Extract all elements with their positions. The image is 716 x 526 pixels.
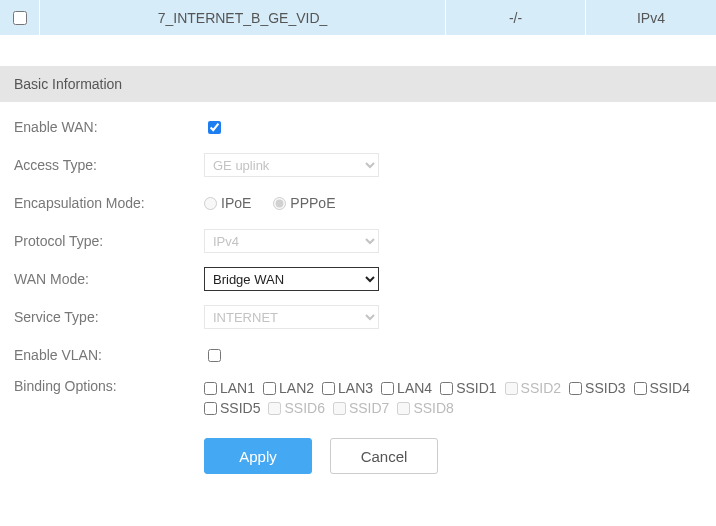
encapsulation-ipoe: IPoE — [204, 195, 251, 211]
wan-mode-label: WAN Mode: — [14, 271, 204, 287]
enable-vlan-label: Enable VLAN: — [14, 347, 204, 363]
binding-option-ssid3[interactable]: SSID3 — [569, 380, 625, 396]
binding-checkbox-ssid7 — [333, 402, 346, 415]
binding-option-ssid1[interactable]: SSID1 — [440, 380, 496, 396]
protocol-type-select: IPv4 — [204, 229, 379, 253]
binding-option-lan1[interactable]: LAN1 — [204, 380, 255, 396]
service-type-label: Service Type: — [14, 309, 204, 325]
binding-checkbox-ssid2 — [505, 382, 518, 395]
binding-checkbox-ssid5[interactable] — [204, 402, 217, 415]
encapsulation-ipoe-radio — [204, 197, 217, 210]
binding-label-ssid1: SSID1 — [456, 380, 496, 396]
binding-option-ssid2: SSID2 — [505, 380, 561, 396]
binding-option-ssid7: SSID7 — [333, 400, 389, 416]
enable-wan-label: Enable WAN: — [14, 119, 204, 135]
binding-option-ssid4[interactable]: SSID4 — [634, 380, 690, 396]
binding-label-lan2: LAN2 — [279, 380, 314, 396]
section-title: Basic Information — [0, 66, 716, 102]
binding-label-ssid7: SSID7 — [349, 400, 389, 416]
access-type-select: GE uplink — [204, 153, 379, 177]
row-name: 7_INTERNET_B_GE_VID_ — [40, 0, 446, 35]
binding-label-ssid3: SSID3 — [585, 380, 625, 396]
binding-label-ssid6: SSID6 — [284, 400, 324, 416]
access-type-label: Access Type: — [14, 157, 204, 173]
row-nan: -/- — [446, 0, 586, 35]
binding-label-ssid8: SSID8 — [413, 400, 453, 416]
binding-option-ssid8: SSID8 — [397, 400, 453, 416]
cancel-button[interactable]: Cancel — [330, 438, 438, 474]
binding-checkbox-ssid4[interactable] — [634, 382, 647, 395]
binding-option-lan3[interactable]: LAN3 — [322, 380, 373, 396]
binding-label-lan4: LAN4 — [397, 380, 432, 396]
binding-checkbox-ssid6 — [268, 402, 281, 415]
encapsulation-pppoe-radio — [273, 197, 286, 210]
binding-option-lan2[interactable]: LAN2 — [263, 380, 314, 396]
binding-option-ssid6: SSID6 — [268, 400, 324, 416]
binding-checkbox-lan1[interactable] — [204, 382, 217, 395]
apply-button[interactable]: Apply — [204, 438, 312, 474]
protocol-type-label: Protocol Type: — [14, 233, 204, 249]
wan-mode-select[interactable]: Bridge WAN — [204, 267, 379, 291]
binding-options-list: LAN1LAN2LAN3LAN4SSID1SSID2SSID3SSID4SSID… — [204, 378, 702, 416]
binding-checkbox-lan2[interactable] — [263, 382, 276, 395]
connection-row: 7_INTERNET_B_GE_VID_ -/- IPv4 — [0, 0, 716, 36]
binding-option-lan4[interactable]: LAN4 — [381, 380, 432, 396]
binding-label-ssid2: SSID2 — [521, 380, 561, 396]
encapsulation-label: Encapsulation Mode: — [14, 195, 204, 211]
binding-option-ssid5[interactable]: SSID5 — [204, 400, 260, 416]
binding-checkbox-ssid3[interactable] — [569, 382, 582, 395]
binding-checkbox-ssid8 — [397, 402, 410, 415]
binding-label-ssid5: SSID5 — [220, 400, 260, 416]
encapsulation-ipoe-text: IPoE — [221, 195, 251, 211]
binding-label-lan1: LAN1 — [220, 380, 255, 396]
encapsulation-pppoe-text: PPPoE — [290, 195, 335, 211]
enable-wan-checkbox[interactable] — [208, 121, 221, 134]
binding-label-ssid4: SSID4 — [650, 380, 690, 396]
service-type-select: INTERNET — [204, 305, 379, 329]
binding-options-label: Binding Options: — [14, 378, 204, 394]
binding-label-lan3: LAN3 — [338, 380, 373, 396]
binding-checkbox-ssid1[interactable] — [440, 382, 453, 395]
binding-checkbox-lan3[interactable] — [322, 382, 335, 395]
encapsulation-pppoe: PPPoE — [273, 195, 335, 211]
enable-vlan-checkbox[interactable] — [208, 349, 221, 362]
binding-checkbox-lan4[interactable] — [381, 382, 394, 395]
row-select-checkbox[interactable] — [13, 11, 27, 25]
row-protocol: IPv4 — [586, 0, 716, 35]
